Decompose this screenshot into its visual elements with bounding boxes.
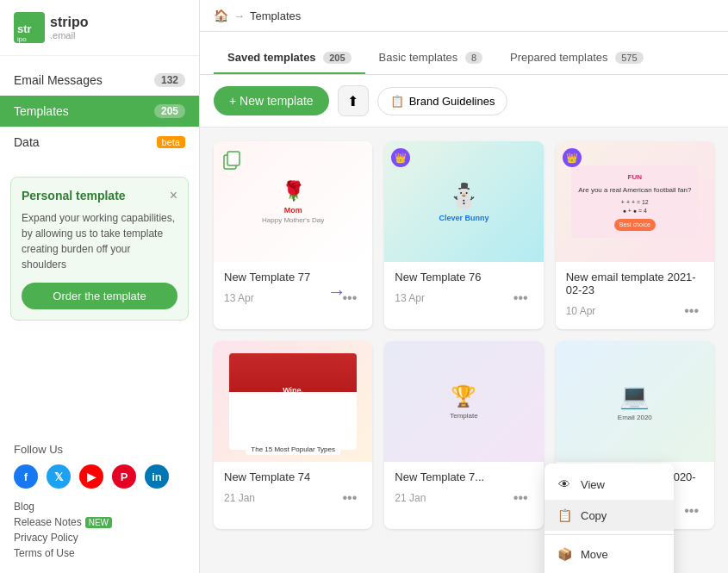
template-date-template21: 21 Jan	[395, 492, 426, 504]
template-info-template21: New Template 7... 21 Jan •••	[384, 462, 543, 516]
template-info-76: New Template 76 13 Apr •••	[384, 262, 543, 316]
blog-link[interactable]: Blog	[14, 501, 185, 513]
main-content: 🏠 → Templates Saved templates 205 Basic …	[200, 0, 728, 573]
upload-icon: ⬆	[347, 93, 358, 109]
more-button-template21[interactable]: •••	[508, 489, 533, 508]
menu-divider	[544, 534, 674, 535]
new-template-button[interactable]: + New template	[214, 86, 329, 115]
menu-label-copy: Copy	[581, 509, 607, 522]
brand-guidelines-icon: 📋	[390, 95, 404, 108]
template-date-76: 13 Apr	[395, 292, 425, 304]
footer-links: Blog Release Notes NEW Privacy Policy Te…	[14, 501, 185, 559]
more-button-77[interactable]: •••	[338, 289, 363, 308]
template-info-email2021: New email template 2021-02-23 10 Apr •••	[556, 262, 714, 329]
toolbar: + New template ⬆ 📋 Brand Guidelines	[200, 75, 728, 128]
follow-us-label: Follow Us	[14, 443, 185, 456]
menu-item-delete[interactable]: 🗑 Delete	[544, 570, 674, 573]
privacy-policy-link[interactable]: Privacy Policy	[14, 532, 185, 544]
sidebar: str ipo stripo .email Email Messages 132…	[0, 0, 200, 573]
move-icon: 📦	[557, 546, 572, 562]
tab-saved-templates[interactable]: Saved templates 205	[214, 42, 365, 74]
terms-of-use-link[interactable]: Terms of Use	[14, 547, 185, 559]
sidebar-item-email-messages[interactable]: Email Messages 132	[0, 65, 199, 96]
saved-templates-count: 205	[323, 52, 351, 64]
template-thumb-template21: 🏆 Template	[384, 341, 543, 462]
template-date-email2021: 10 Apr	[566, 305, 596, 317]
template-date-77: 13 Apr	[224, 292, 254, 304]
breadcrumb-current: Templates	[250, 9, 301, 22]
sidebar-bottom: Follow Us f 𝕏 ▶ P in Blog Release Notes …	[0, 429, 199, 573]
copy-icon: 📋	[557, 508, 572, 523]
linkedin-icon[interactable]: in	[145, 464, 169, 489]
email-messages-badge: 132	[154, 73, 185, 87]
thumb-content-email2021: FUN Are you a real American football fan…	[564, 159, 705, 245]
menu-item-move[interactable]: 📦 Move	[544, 539, 674, 570]
template-thumb-74: Wine. The 15 Most Popular Types	[214, 341, 372, 462]
sidebar-item-data[interactable]: Data beta	[0, 127, 199, 158]
template-card-76: 👑 ⛄ Clever Bunny New Template 76 13 Apr …	[384, 141, 543, 329]
template-name-77: New Template 77	[224, 271, 362, 283]
breadcrumb: 🏠 → Templates	[200, 0, 728, 32]
sidebar-item-label: Data	[14, 135, 40, 149]
brand-guidelines-button[interactable]: 📋 Brand Guidelines	[377, 87, 508, 115]
pinterest-icon[interactable]: P	[112, 464, 136, 489]
logo[interactable]: str ipo stripo .email	[0, 0, 199, 56]
menu-item-view[interactable]: 👁 View	[544, 469, 674, 500]
template-thumb-email2021: 👑 FUN Are you a real American football f…	[556, 141, 714, 262]
crown-badge-76: 👑	[391, 148, 410, 167]
home-icon[interactable]: 🏠	[214, 9, 228, 22]
order-template-button[interactable]: Order the template	[22, 283, 177, 309]
tabs-bar: Saved templates 205 Basic templates 8 Pr…	[200, 32, 728, 75]
context-menu: 👁 View 📋 Copy 📦 Move 🗑 Delete ID 818726	[544, 464, 674, 573]
svg-text:str: str	[17, 22, 32, 35]
sidebar-item-templates[interactable]: Templates 205	[0, 96, 199, 127]
thumb-content-76: ⛄ Clever Bunny	[432, 175, 495, 229]
close-personal-template[interactable]: ×	[170, 188, 177, 203]
upload-icon-button[interactable]: ⬆	[338, 85, 369, 116]
breadcrumb-arrow: →	[233, 9, 245, 22]
template-name-74: New Template 74	[224, 470, 362, 483]
svg-rect-4	[227, 152, 240, 165]
release-notes-link[interactable]: Release Notes NEW	[14, 516, 185, 528]
prepared-templates-count: 575	[615, 52, 643, 64]
templates-badge: 205	[154, 104, 185, 118]
sidebar-nav: Email Messages 132 Templates 205 Data be…	[0, 56, 199, 166]
stripo-logo-icon: str ipo	[14, 12, 45, 43]
thumb-content-template21: 🏆 Template	[443, 377, 484, 427]
thumb-content-email2020: 💻 Email 2020	[611, 375, 659, 428]
more-button-74[interactable]: •••	[338, 489, 363, 508]
tab-basic-templates[interactable]: Basic templates 8	[365, 42, 497, 74]
sidebar-item-label: Templates	[14, 104, 69, 118]
template-name-76: New Template 76	[395, 271, 532, 283]
data-badge: beta	[157, 136, 185, 148]
copy-icon-badge-77	[221, 148, 245, 172]
template-thumb-77: 🌹 Mom Happy Mother's Day	[214, 141, 372, 262]
basic-templates-count: 8	[465, 52, 482, 64]
more-button-76[interactable]: •••	[508, 289, 533, 308]
facebook-icon[interactable]: f	[14, 464, 38, 489]
template-date-74: 21 Jan	[224, 492, 255, 504]
personal-template-title: Personal template	[22, 189, 126, 202]
twitter-icon[interactable]: 𝕏	[47, 464, 71, 489]
crown-badge-email2021: 👑	[563, 148, 582, 167]
logo-sub: .email	[50, 30, 88, 40]
template-thumb-email2020: 💻 Email 2020	[556, 341, 714, 462]
youtube-icon[interactable]: ▶	[79, 464, 103, 489]
more-button-email2021[interactable]: •••	[679, 302, 704, 321]
svg-text:ipo: ipo	[17, 35, 27, 43]
logo-text: stripo	[50, 15, 88, 30]
brand-guidelines-label: Brand Guidelines	[409, 95, 495, 108]
menu-label-move: Move	[581, 548, 608, 561]
template-card-77: 🌹 Mom Happy Mother's Day New Template 77…	[214, 141, 372, 329]
more-button-email2020[interactable]: •••	[679, 501, 704, 520]
tab-prepared-templates[interactable]: Prepared templates 575	[496, 42, 656, 74]
social-icons: f 𝕏 ▶ P in	[14, 464, 185, 489]
template-card-74: Wine. The 15 Most Popular Types New Temp…	[214, 341, 372, 529]
template-info-77: New Template 77 13 Apr •••	[214, 262, 372, 316]
new-badge: NEW	[85, 517, 112, 528]
sidebar-item-label: Email Messages	[14, 73, 103, 87]
eye-icon: 👁	[557, 476, 572, 492]
template-card-email2021: 👑 FUN Are you a real American football f…	[556, 141, 714, 329]
personal-template-card: Personal template × Expand your working …	[10, 177, 189, 321]
menu-item-copy[interactable]: 📋 Copy	[544, 500, 674, 531]
